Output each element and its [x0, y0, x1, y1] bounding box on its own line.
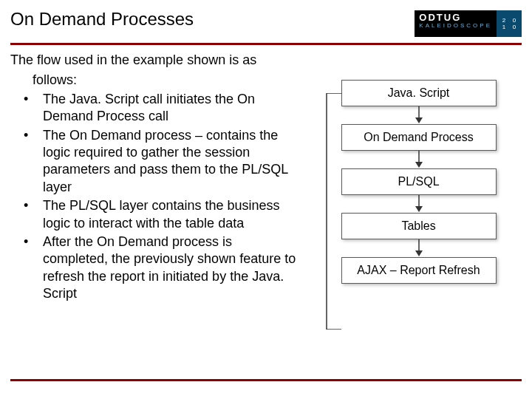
intro-line: The flow used in the example shown is as [10, 52, 297, 69]
year-digit: 2 [499, 17, 509, 24]
intro-line: follows: [10, 72, 297, 89]
header: On Demand Processes ODTUG KALEIDOSCOPE 2… [10, 10, 522, 45]
flow-node: On Demand Process [341, 124, 497, 151]
loopback-connector [325, 93, 341, 330]
arrow-down-icon [341, 195, 497, 213]
flow-node: AJAX – Report Refresh [341, 257, 497, 284]
body: The flow used in the example shown is as… [10, 52, 522, 369]
event-logo: ODTUG KALEIDOSCOPE 2 0 1 0 [415, 10, 522, 37]
flow-node: PL/SQL [341, 168, 497, 195]
list-item: The On Demand process – contains the log… [10, 127, 297, 197]
list-item: The PL/SQL layer contains the business l… [10, 197, 297, 232]
arrow-down-icon [341, 151, 497, 168]
page-title: On Demand Processes [10, 9, 194, 30]
arrow-down-icon [341, 106, 497, 124]
logo-year: 2 0 1 0 [497, 10, 522, 37]
bullet-list: The Java. Script call initiates the On D… [10, 91, 297, 303]
diagram-column: Java. Script On Demand Process PL/SQL Ta… [297, 52, 522, 369]
list-item: The Java. Script call initiates the On D… [10, 91, 297, 126]
svg-marker-3 [415, 162, 423, 168]
year-digit: 0 [509, 24, 519, 30]
year-digit: 0 [509, 17, 519, 24]
flow-diagram: Java. Script On Demand Process PL/SQL Ta… [319, 80, 522, 284]
year-digit: 1 [499, 24, 509, 30]
arrow-down-icon [341, 239, 497, 257]
footer-rule [10, 379, 522, 381]
logo-line1: ODTUG [419, 13, 492, 23]
list-item: After the On Demand process is completed… [10, 233, 297, 303]
logo-line2: KALEIDOSCOPE [419, 23, 492, 29]
svg-marker-1 [415, 117, 423, 123]
flow-node: Tables [341, 213, 497, 239]
flow-node: Java. Script [341, 80, 497, 106]
slide: On Demand Processes ODTUG KALEIDOSCOPE 2… [0, 0, 532, 399]
logo-text: ODTUG KALEIDOSCOPE [415, 10, 497, 37]
svg-marker-5 [415, 206, 423, 212]
svg-marker-7 [415, 250, 423, 256]
text-column: The flow used in the example shown is as… [10, 52, 297, 369]
